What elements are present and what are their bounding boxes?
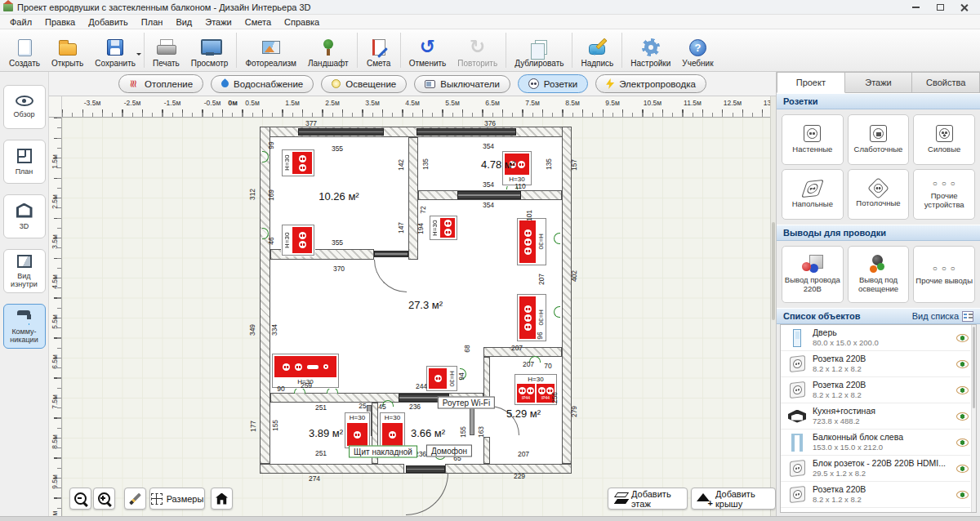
- wiring-output-button[interactable]: Прочие выводы: [913, 246, 975, 303]
- roof-add-icon: [696, 492, 711, 505]
- plan-object-label[interactable]: Щит накладной: [349, 446, 417, 458]
- outlet-marker[interactable]: H=30: [517, 218, 546, 265]
- visibility-eye-icon[interactable]: [956, 360, 969, 368]
- object-list-item[interactable]: Розетка 220В 8.2 x 1.2 x 8.2: [781, 351, 970, 377]
- outlet-marker[interactable]: H=30: [426, 366, 457, 391]
- ruler-top-label: 9.5м: [605, 99, 620, 107]
- panel-tab[interactable]: Этажи: [845, 72, 913, 93]
- object-list-item[interactable]: Дверь 80.0 x 15.0 x 200.0: [781, 325, 970, 351]
- plan-object-label[interactable]: Домофон: [426, 445, 472, 457]
- object-list-item[interactable]: Розетка 220В 8.2 x 1.2 x 8.2: [781, 482, 970, 508]
- visibility-eye-icon[interactable]: [956, 334, 969, 342]
- object-list-item[interactable]: Кухня+гостиная 723.8 x 488.2: [781, 403, 970, 430]
- canvas-tool-button[interactable]: Размеры: [149, 488, 205, 510]
- sidebar-view-button[interactable]: План: [3, 140, 46, 184]
- maximize-button[interactable]: [928, 0, 952, 14]
- toolbar-button[interactable]: Просмотр: [185, 29, 234, 71]
- socket-symbol: [429, 368, 447, 389]
- canvas-tool-button[interactable]: [211, 488, 233, 510]
- object-list-item[interactable]: Балконный блок слева 153.0 x 15.0 x 212.…: [781, 430, 970, 456]
- minimize-button[interactable]: [903, 0, 928, 14]
- outlet-marker[interactable]: H=30: [430, 216, 457, 240]
- socket-category-button[interactable]: Прочие устройства: [913, 169, 975, 220]
- socket-category-button[interactable]: Потолочные: [848, 169, 910, 220]
- canvas-tool-button[interactable]: [93, 488, 115, 510]
- toolbar-button[interactable]: Открыть: [46, 29, 89, 71]
- outlet-marker[interactable]: H=30: [380, 412, 405, 448]
- toolbar-button[interactable]: Настройки: [625, 29, 676, 71]
- plan-object-label[interactable]: Роутер Wi-Fi: [438, 397, 495, 409]
- toolbar-button[interactable]: Ландшафт: [302, 29, 354, 71]
- wiring-output-button[interactable]: Вывод провода 220В: [782, 246, 844, 303]
- menu-item[interactable]: Файл: [3, 16, 38, 28]
- dimension-label: 354: [483, 142, 494, 150]
- wiring-output-button[interactable]: Вывод под освещение: [848, 246, 910, 303]
- canvas-tool-button[interactable]: [124, 488, 146, 510]
- titlebar: Проект евродвушки с застекленным балконо…: [0, 0, 980, 15]
- toolbar-button[interactable]: Печать: [147, 29, 185, 71]
- toolbar-button[interactable]: Повторить: [452, 29, 503, 71]
- close-button[interactable]: [952, 0, 977, 14]
- toolbar-button[interactable]: Создать: [3, 29, 46, 71]
- outlet-marker[interactable]: H=30: [282, 225, 314, 256]
- canvas-scrollbar[interactable]: [770, 96, 776, 516]
- mode-tab[interactable]: Розетки: [518, 74, 588, 93]
- objects-list: Дверь 80.0 x 15.0 x 200.0 Розетка 220В 8…: [780, 324, 977, 513]
- menu-item[interactable]: Справка: [278, 16, 326, 28]
- floor-plan-canvas[interactable]: H=30H=30H=30H=30H=30H=30H=30H=30H=30IP44…: [49, 96, 776, 516]
- socket-category-button[interactable]: Силовые: [913, 114, 975, 165]
- canvas-action-button[interactable]: Добавить крышу: [691, 488, 776, 510]
- visibility-eye-icon[interactable]: [956, 412, 969, 421]
- sidebar-view-button[interactable]: 3D: [3, 194, 46, 238]
- object-list-item[interactable]: Блок розеток - 220В 220В HDMI... 29.5 x …: [781, 456, 970, 482]
- socket-category-button[interactable]: Напольные: [782, 169, 844, 220]
- dimension-label: 259: [301, 381, 312, 390]
- mode-tab[interactable]: Электропроводка: [595, 74, 706, 93]
- cube3d-icon: [16, 203, 33, 218]
- dots-icon: [933, 264, 956, 274]
- objects-list-scrollbar[interactable]: [971, 325, 976, 512]
- canvas-action-button[interactable]: Добавить этаж: [608, 488, 688, 510]
- menu-item[interactable]: Смета: [238, 16, 278, 28]
- dimension-label: 334: [270, 324, 278, 336]
- visibility-eye-icon[interactable]: [956, 386, 969, 394]
- object-list-item[interactable]: Блок розеток - 220В 220В 220В: [781, 508, 970, 513]
- menu-item[interactable]: Добавить: [82, 16, 135, 28]
- sidebar-view-button[interactable]: Вид изнутри: [3, 249, 46, 293]
- canvas-tool-button[interactable]: [69, 488, 91, 510]
- mode-tab[interactable]: Отопление: [118, 74, 203, 93]
- visibility-eye-icon[interactable]: [956, 491, 969, 499]
- menu-item[interactable]: План: [135, 16, 170, 28]
- sockets-button-grid: Настенные Слаботочные Силовые Напольные …: [777, 109, 980, 225]
- mode-tab[interactable]: Освещение: [321, 75, 407, 93]
- toolbar-button[interactable]: Смета: [360, 29, 398, 71]
- toolbar-button[interactable]: Фотореализм: [239, 29, 302, 71]
- toolbar-button[interactable]: Надпись: [575, 29, 619, 71]
- object-list-item[interactable]: Розетка 220В 8.2 x 1.2 x 8.2: [781, 377, 970, 403]
- dimension-label: 99: [267, 141, 275, 149]
- dimension-label: 135: [421, 158, 430, 170]
- socket-category-button[interactable]: Слаботочные: [848, 114, 910, 165]
- menu-item[interactable]: Правка: [38, 16, 82, 28]
- list-view-icon[interactable]: [962, 311, 973, 322]
- toolbar-button[interactable]: Дублировать: [509, 29, 569, 71]
- outlet-marker[interactable]: H=30: [345, 412, 370, 448]
- toolbar-button[interactable]: Сохранить: [89, 29, 141, 71]
- visibility-eye-icon[interactable]: [956, 465, 969, 473]
- ruler-left-label: 7.5м: [51, 394, 59, 409]
- dimension-label: 402: [570, 270, 578, 282]
- mode-tab[interactable]: Выключатели: [414, 75, 510, 93]
- panel-tab[interactable]: Свойства: [912, 72, 980, 93]
- toolbar-button[interactable]: Учебник: [676, 29, 719, 71]
- zoom-out-icon: [74, 492, 88, 506]
- outlet-marker[interactable]: H=30: [282, 149, 314, 176]
- visibility-eye-icon[interactable]: [956, 439, 969, 447]
- sidebar-view-button[interactable]: Обзор: [3, 85, 46, 129]
- toolbar-button[interactable]: Отменить: [403, 29, 452, 71]
- sidebar-view-button[interactable]: Комму-никации: [3, 304, 46, 349]
- socket-category-button[interactable]: Настенные: [782, 114, 844, 165]
- mode-tab[interactable]: Водоснабжение: [211, 75, 314, 93]
- panel-tab[interactable]: Проект: [777, 72, 845, 93]
- menu-item[interactable]: Вид: [169, 16, 198, 28]
- menu-item[interactable]: Этажи: [198, 16, 238, 28]
